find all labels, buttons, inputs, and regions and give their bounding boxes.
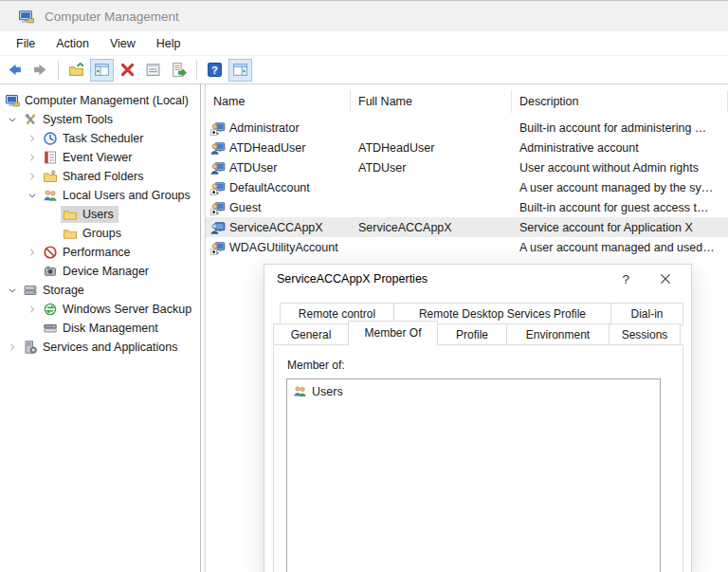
tree-item-performance[interactable]: Performance [0, 243, 200, 262]
tree-item-label: Task Scheduler [63, 132, 143, 145]
device-manager-icon [43, 264, 58, 279]
chevron-collapsed-icon[interactable] [24, 131, 41, 146]
tree-item-label: Shared Folders [63, 170, 143, 183]
tab-profile[interactable]: Profile [437, 323, 507, 345]
user-row-serviceaccappx[interactable]: ServiceACCAppXServiceACCAppXService acco… [206, 217, 728, 237]
user-name: WDAGUtilityAccount [229, 241, 338, 254]
chevron-collapsed-icon[interactable] [24, 245, 41, 260]
user-icon [210, 140, 226, 156]
storage-icon [23, 283, 38, 298]
task-scheduler-icon [43, 131, 58, 146]
menu-action[interactable]: Action [46, 37, 100, 50]
menu-help[interactable]: Help [146, 37, 191, 50]
tree-item-label: Computer Management (Local) [25, 94, 189, 107]
back-button[interactable] [3, 59, 27, 82]
user-description: User account without Admin rights [512, 161, 728, 175]
user-row-administrator[interactable]: AdministratorBuilt-in account for admini… [206, 118, 728, 138]
folder-icon [63, 226, 78, 241]
tree-item-users[interactable]: Users [0, 205, 200, 224]
tree-item-disk-management[interactable]: Disk Management [0, 319, 200, 338]
tree-item-label: Storage [43, 284, 84, 297]
user-name: ATDHeadUser [229, 141, 305, 155]
menu-file[interactable]: File [6, 37, 46, 50]
column-header-name[interactable]: Name [206, 90, 351, 113]
toolbar: ? [0, 56, 728, 84]
computer-management-app-icon [18, 9, 34, 25]
dialog-close-icon[interactable] [660, 273, 671, 285]
tab-sessions[interactable]: Sessions [609, 323, 681, 345]
tree-item-label: Performance [63, 246, 131, 259]
tree-item-label: Services and Applications [43, 341, 177, 354]
tree-item-label: Groups [82, 227, 121, 240]
computer-icon [5, 93, 20, 108]
tree-item-groups[interactable]: Groups [0, 224, 200, 243]
menu-view[interactable]: View [100, 37, 146, 50]
column-header-full-name[interactable]: Full Name [351, 90, 512, 113]
user-row-guest[interactable]: GuestBuilt-in account for guest access t… [206, 197, 728, 217]
user-row-wdagutilityaccount[interactable]: WDAGUtilityAccountA user account managed… [206, 237, 728, 257]
help-icon: ? [207, 62, 223, 78]
show-action-pane-toggle[interactable] [228, 59, 252, 82]
up-one-level-button[interactable] [64, 59, 88, 82]
user-description: A user account managed and used… [512, 241, 728, 254]
properties-dialog: ServiceACCAppX Properties ? Remote contr… [264, 264, 692, 572]
dialog-tabs-back-row: Remote controlRemote Desktop Services Pr… [280, 303, 683, 325]
user-full-name: ServiceACCAppX [351, 221, 512, 234]
chevron-collapsed-icon[interactable] [4, 340, 21, 355]
export-list-button[interactable] [167, 59, 191, 82]
user-description: Built-in account for administering … [512, 121, 728, 135]
tree-item-services-and-applications[interactable]: Services and Applications [0, 338, 200, 357]
member-of-listbox[interactable]: Users [286, 378, 661, 572]
tree-item-device-manager[interactable]: Device Manager [0, 262, 200, 281]
disk-management-icon [43, 321, 58, 336]
chevron-collapsed-icon[interactable] [24, 302, 41, 317]
toolbar-separator [196, 61, 197, 80]
user-name: Guest [229, 201, 261, 214]
console-tree: Computer Management (Local)System ToolsT… [0, 84, 200, 572]
list-header: NameFull NameDescription [206, 84, 728, 118]
chevron-expanded-icon[interactable] [24, 188, 41, 203]
member-item-users[interactable]: Users [291, 383, 656, 399]
user-disabled-icon [210, 200, 226, 215]
chevron-collapsed-icon[interactable] [24, 150, 41, 165]
member-name: Users [312, 385, 343, 398]
tree-item-windows-server-backup[interactable]: Windows Server Backup [0, 300, 200, 319]
delete-button[interactable] [116, 59, 139, 82]
tab-general[interactable]: General [273, 323, 349, 345]
chevron-expanded-icon[interactable] [4, 283, 21, 298]
arrow-left-icon [7, 62, 23, 78]
tree-item-task-scheduler[interactable]: Task Scheduler [0, 129, 200, 148]
user-row-atdheaduser[interactable]: ATDHeadUserATDHeadUserAdministrative acc… [206, 138, 728, 157]
tree-item-local-users-and-groups[interactable]: Local Users and Groups [0, 186, 200, 205]
forward-button[interactable] [28, 59, 52, 82]
tree-item-event-viewer[interactable]: Event Viewer [0, 148, 200, 167]
tab-dial-in[interactable]: Dial-in [610, 303, 683, 325]
user-icon [210, 160, 226, 175]
menu-bar: FileActionViewHelp [0, 31, 728, 56]
tree-item-computer-management-local[interactable]: Computer Management (Local) [0, 91, 200, 110]
tree-item-system-tools[interactable]: System Tools [0, 110, 200, 129]
user-description: Administrative account [512, 141, 728, 155]
user-row-atduser[interactable]: ATDUserATDUserUser account without Admin… [206, 157, 728, 177]
user-row-defaultaccount[interactable]: DefaultAccountA user account managed by … [206, 177, 728, 197]
tree-item-label: Windows Server Backup [63, 303, 191, 316]
user-description: Built-in account for guest access t… [512, 201, 728, 214]
help-button[interactable]: ? [203, 59, 227, 82]
tree-item-storage[interactable]: Storage [0, 281, 200, 300]
user-full-name: ATDUser [351, 161, 512, 175]
tree-item-label: Event Viewer [63, 151, 132, 164]
dialog-help-button[interactable]: ? [622, 272, 629, 286]
user-name: DefaultAccount [229, 181, 310, 194]
tree-item-label: System Tools [43, 113, 113, 126]
chevron-collapsed-icon[interactable] [24, 169, 41, 184]
show-console-tree-toggle[interactable] [90, 59, 114, 82]
tree-item-shared-folders[interactable]: Shared Folders [0, 167, 200, 186]
tree-item-label: Users [82, 208, 114, 221]
tab-environment[interactable]: Environment [506, 323, 610, 345]
properties-button[interactable] [141, 59, 165, 82]
chevron-expanded-icon[interactable] [4, 112, 21, 127]
tab-member-of[interactable]: Member Of [348, 321, 438, 346]
svg-text:?: ? [211, 65, 218, 76]
column-header-description[interactable]: Description [512, 90, 728, 113]
system-tools-icon [23, 112, 38, 127]
